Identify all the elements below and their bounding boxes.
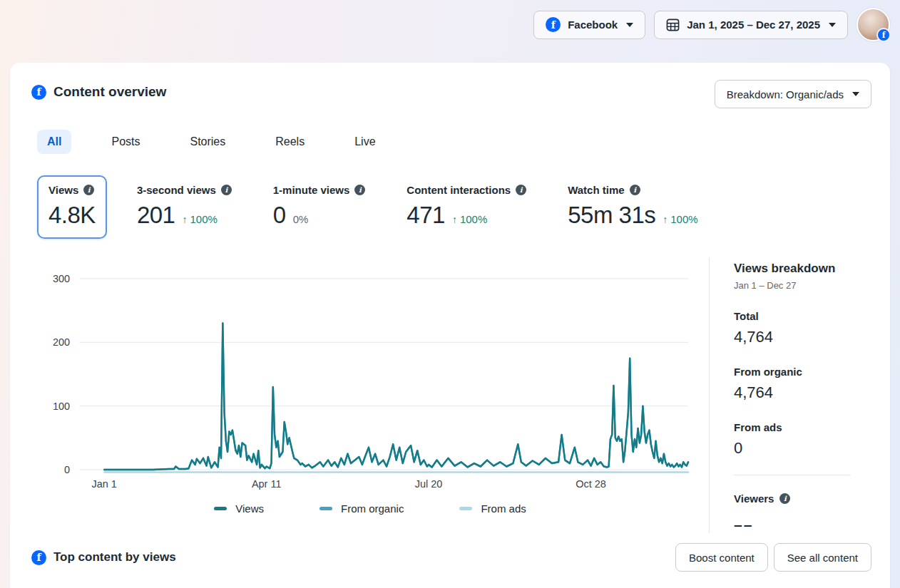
card-header: Content overview Breakdown: Organic/ads [31, 80, 871, 108]
platform-selector-button[interactable]: Facebook [533, 11, 645, 39]
date-range-label: Jan 1, 2025 – Dec 27, 2025 [687, 19, 820, 31]
svg-text:100: 100 [53, 400, 70, 411]
info-icon[interactable] [354, 185, 365, 195]
legend-item-from-ads: From ads [459, 502, 526, 515]
tab-reels[interactable]: Reels [265, 130, 315, 154]
chevron-down-icon [852, 92, 859, 96]
breakdown-row-value: 4,764 [734, 328, 871, 346]
top-content-title: Top content by views [53, 550, 176, 564]
svg-text:0: 0 [64, 464, 70, 475]
tab-all[interactable]: All [37, 130, 71, 154]
viewers-label: Viewers [734, 492, 774, 505]
breakdown-row-label: Total [734, 310, 871, 322]
top-content-header: Top content by views Boost content See a… [31, 543, 871, 572]
facebook-icon [31, 550, 46, 565]
views-line-chart[interactable]: 3002001000Jan 1Apr 11Jul 20Oct 28 [31, 257, 709, 492]
calendar-icon [666, 18, 680, 31]
tab-live[interactable]: Live [344, 130, 385, 154]
viewers-value: –– [734, 516, 871, 533]
chart-legend: Views From organic From ads [31, 502, 709, 515]
views-breakdown-panel: Views breakdown Jan 1 – Dec 27 Total 4,7… [709, 257, 871, 533]
tab-posts[interactable]: Posts [101, 130, 150, 154]
see-all-content-button[interactable]: See all content [774, 543, 871, 572]
divider [734, 475, 851, 475]
breakdown-row-value: 0 [734, 439, 871, 458]
content-type-tabs: All Posts Stories Reels Live [31, 130, 871, 154]
metric-delta: ↑0% [293, 213, 309, 225]
arrow-up-icon: ↑ [182, 214, 187, 225]
breakdown-dropdown-label: Breakdown: Organic/ads [727, 88, 844, 100]
page-title: Content overview [53, 84, 166, 100]
ads-series-swatch [459, 507, 472, 510]
metric-delta: ↑100% [452, 213, 487, 225]
tab-stories[interactable]: Stories [180, 130, 235, 154]
arrow-up-icon: ↑ [663, 214, 668, 225]
boost-content-button[interactable]: Boost content [675, 543, 768, 572]
profile-avatar[interactable] [856, 8, 890, 41]
facebook-icon [31, 85, 46, 100]
breakdown-row-label: From ads [734, 421, 871, 433]
breakdown-title: Views breakdown [734, 262, 871, 276]
metric-delta: ↑100% [182, 213, 217, 225]
breakdown-dropdown[interactable]: Breakdown: Organic/ads [715, 80, 871, 108]
date-range-button[interactable]: Jan 1, 2025 – Dec 27, 2025 [654, 11, 848, 39]
metric-card-3-second-views[interactable]: 3-second views 201 ↑100% [126, 175, 243, 239]
metrics-row: Views 4.8K 3-second views 201 ↑100% 1-mi… [31, 175, 871, 239]
metric-card-views[interactable]: Views 4.8K [37, 175, 107, 239]
breakdown-date-range: Jan 1 – Dec 27 [734, 280, 871, 291]
svg-text:Jan 1: Jan 1 [92, 478, 117, 490]
facebook-badge-icon [876, 28, 891, 42]
arrow-up-icon: ↑ [452, 214, 457, 225]
chevron-down-icon [829, 23, 836, 27]
breakdown-row-label: From organic [734, 366, 871, 378]
chevron-down-icon [626, 23, 633, 27]
chart-section: 3002001000Jan 1Apr 11Jul 20Oct 28 Views … [31, 257, 871, 533]
svg-text:200: 200 [53, 336, 70, 348]
platform-selector-label: Facebook [568, 19, 618, 31]
metric-card-1-minute-views[interactable]: 1-minute views 0 ↑0% [262, 175, 377, 239]
info-icon[interactable] [779, 493, 790, 504]
organic-series-swatch [319, 507, 332, 510]
svg-text:300: 300 [53, 273, 70, 284]
info-icon[interactable] [83, 185, 94, 195]
info-icon[interactable] [516, 185, 526, 195]
metric-card-content-interactions[interactable]: Content interactions 471 ↑100% [395, 175, 538, 239]
legend-item-views: Views [214, 502, 264, 515]
topbar: Facebook Jan 1, 2025 – Dec 27, 2025 [533, 8, 890, 41]
content-overview-card: Content overview Breakdown: Organic/ads … [10, 63, 890, 588]
svg-text:Oct 28: Oct 28 [576, 478, 606, 490]
info-icon[interactable] [221, 185, 232, 195]
facebook-icon [546, 17, 561, 32]
breakdown-row-value: 4,764 [734, 383, 871, 402]
views-series-swatch [214, 507, 227, 510]
legend-item-from-organic: From organic [319, 502, 404, 515]
svg-text:Jul 20: Jul 20 [415, 478, 443, 490]
info-icon[interactable] [630, 185, 640, 195]
svg-text:Apr 11: Apr 11 [252, 478, 282, 490]
metric-delta: ↑100% [663, 213, 697, 225]
metric-card-watch-time[interactable]: Watch time 55m 31s ↑100% [556, 175, 709, 239]
